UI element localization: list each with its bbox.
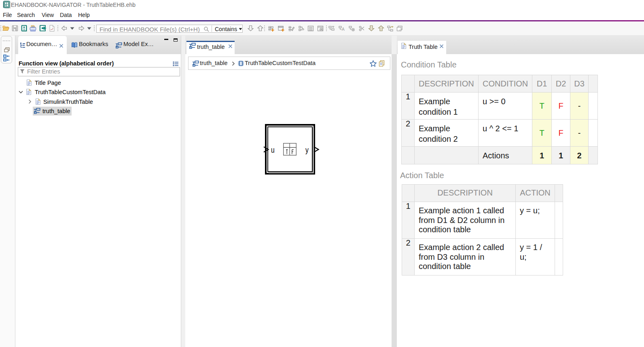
svg-text:A: A <box>342 27 345 32</box>
